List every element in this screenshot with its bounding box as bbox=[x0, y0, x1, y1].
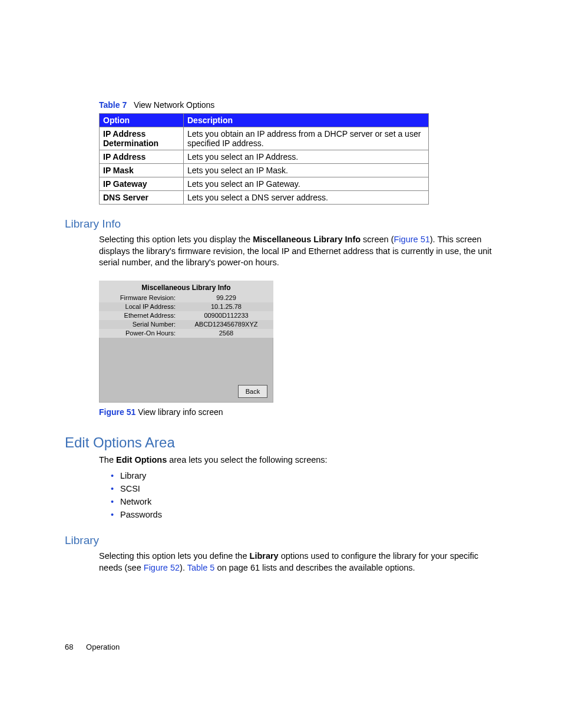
opt-desc: Lets you select an IP Mask. bbox=[184, 164, 429, 177]
page-footer: 68 Operation bbox=[65, 643, 120, 651]
mini-value: 2568 bbox=[179, 329, 273, 338]
table-title: View Network Options bbox=[134, 100, 214, 110]
library-info-screen: Miscellaneous Library Info Firmware Revi… bbox=[99, 281, 273, 403]
table-row: IP Mask Lets you select an IP Mask. bbox=[100, 164, 429, 177]
network-options-table: Option Description IP Address Determinat… bbox=[99, 113, 429, 205]
table-caption: Table 7 View Network Options bbox=[99, 100, 497, 110]
opt-desc: Lets you select an IP Address. bbox=[184, 150, 429, 164]
table-5-link[interactable]: Table 5 bbox=[187, 563, 215, 572]
footer-section: Operation bbox=[86, 643, 120, 651]
mini-label: Local IP Address: bbox=[99, 302, 179, 311]
opt-desc: Lets you select an IP Gateway. bbox=[184, 177, 429, 191]
mini-value: 99.229 bbox=[179, 294, 273, 302]
edit-options-paragraph: The Edit Options area lets you select th… bbox=[99, 454, 497, 466]
back-button[interactable]: Back bbox=[238, 385, 267, 398]
edit-options-list: Library SCSI Network Passwords bbox=[111, 469, 497, 521]
figure-text: View library info screen bbox=[138, 407, 223, 417]
list-item: Library bbox=[111, 469, 497, 482]
table-row: IP Gateway Lets you select an IP Gateway… bbox=[100, 177, 429, 191]
mini-label: Serial Number: bbox=[99, 320, 179, 329]
mini-value: 00900D112233 bbox=[179, 311, 273, 320]
mini-value: 10.1.25.78 bbox=[179, 302, 273, 311]
opt-desc: Lets you select a DNS server address. bbox=[184, 191, 429, 205]
mini-label: Firmware Revision: bbox=[99, 294, 179, 302]
page-number: 68 bbox=[65, 643, 73, 651]
table-label: Table 7 bbox=[99, 100, 127, 110]
library-paragraph: Selecting this option lets you define th… bbox=[99, 551, 497, 574]
heading-edit-options: Edit Options Area bbox=[65, 434, 497, 451]
col-description: Description bbox=[184, 114, 429, 127]
mini-label: Power-On Hours: bbox=[99, 329, 179, 338]
mini-label: Ethernet Address: bbox=[99, 311, 179, 320]
heading-library: Library bbox=[65, 534, 497, 547]
opt-name: IP Address Determination bbox=[100, 127, 184, 150]
figure-52-link[interactable]: Figure 52 bbox=[144, 563, 180, 572]
figure-caption: Figure 51 View library info screen bbox=[99, 407, 497, 417]
list-item: Network bbox=[111, 495, 497, 508]
list-item: SCSI bbox=[111, 482, 497, 495]
opt-name: IP Address bbox=[100, 150, 184, 164]
mini-title: Miscellaneous Library Info bbox=[99, 281, 273, 294]
table-row: IP Address Determination Lets you obtain… bbox=[100, 127, 429, 150]
heading-library-info: Library Info bbox=[65, 218, 497, 230]
figure-51-link[interactable]: Figure 51 bbox=[394, 235, 430, 244]
opt-desc: Lets you obtain an IP address from a DHC… bbox=[184, 127, 429, 150]
list-item: Passwords bbox=[111, 508, 497, 521]
col-option: Option bbox=[100, 114, 184, 127]
mini-value: ABCD123456789XYZ bbox=[179, 320, 273, 329]
table-row: IP Address Lets you select an IP Address… bbox=[100, 150, 429, 164]
opt-name: IP Gateway bbox=[100, 177, 184, 191]
opt-name: IP Mask bbox=[100, 164, 184, 177]
figure-label: Figure 51 bbox=[99, 407, 135, 417]
table-row: DNS Server Lets you select a DNS server … bbox=[100, 191, 429, 205]
library-info-paragraph: Selecting this option lets you display t… bbox=[99, 234, 497, 269]
opt-name: DNS Server bbox=[100, 191, 184, 205]
